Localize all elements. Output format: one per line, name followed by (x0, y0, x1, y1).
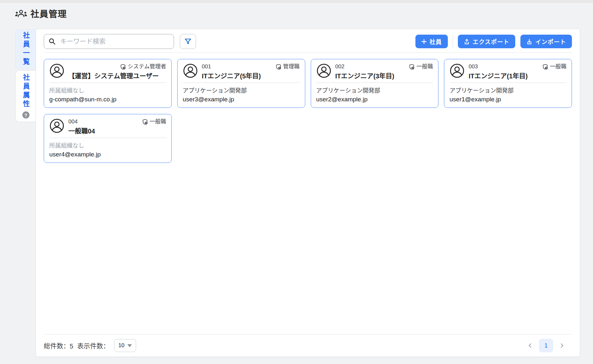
shield-person-icon (120, 64, 126, 70)
page-header: 社員管理 (15, 7, 67, 20)
chevron-left-icon (527, 342, 534, 349)
question-circle-icon[interactable]: ? (22, 111, 29, 119)
export-button[interactable]: エクスポート (458, 35, 515, 48)
chevron-down-icon (127, 344, 132, 347)
total-count-label: 総件数：5 (44, 341, 73, 350)
role-badge: システム管理者 (120, 63, 166, 70)
card-divider (183, 83, 300, 83)
page-title: 社員管理 (30, 7, 67, 20)
employee-org: アプリケーション開発部 (183, 86, 300, 94)
tab-employee-attributes-label: 社員属性 (21, 74, 31, 109)
shield-person-icon (409, 64, 415, 70)
add-employee-button[interactable]: 社員 (415, 35, 448, 48)
employee-name: 一般職04 (68, 126, 166, 135)
tab-employee-list[interactable]: 社員一覧 (15, 29, 36, 69)
role-label: 管理職 (283, 63, 300, 70)
account-circle-icon (49, 118, 64, 133)
add-employee-label: 社員 (430, 37, 442, 46)
account-circle-icon (449, 63, 465, 78)
employee-email: user3@example.jp (183, 96, 300, 103)
employee-org: 所属組織なし (49, 141, 166, 149)
employee-card-grid: システム管理者 【運営】システム管理ユーザー 所属組織なし g-compath@… (44, 59, 572, 163)
toolbar: 社員 エクスポート (44, 34, 572, 49)
employee-card[interactable]: 004 一般職 (44, 114, 172, 163)
tab-employee-attributes[interactable]: 社員属性 ? (15, 70, 36, 122)
employee-name: 【運営】システム管理ユーザー (68, 71, 166, 80)
employee-org: アプリケーション開発部 (316, 86, 433, 94)
employee-card[interactable]: 002 一般職 (311, 59, 439, 108)
role-badge: 一般職 (542, 63, 566, 70)
current-page-button[interactable]: 1 (539, 339, 553, 352)
employee-org: 所属組織なし (49, 86, 166, 94)
prev-page-button[interactable] (525, 341, 535, 350)
toolbar-separator (453, 35, 453, 48)
role-label: 一般職 (550, 63, 566, 70)
import-button[interactable]: インポート (520, 35, 572, 48)
upload-icon (464, 39, 470, 45)
page-size-value: 10 (118, 342, 124, 349)
employee-list-panel: 社員 エクスポート (36, 29, 580, 357)
card-divider (49, 83, 166, 83)
role-label: システム管理者 (128, 63, 166, 70)
page-size-label: 表示件数： (77, 341, 110, 350)
tab-employee-list-label: 社員一覧 (21, 32, 31, 67)
next-page-button[interactable] (557, 341, 567, 350)
employee-name: ITエンジニア(1年目) (469, 71, 566, 80)
search-icon (48, 38, 56, 47)
role-label: 一般職 (150, 118, 166, 125)
account-circle-icon (49, 63, 64, 78)
groups-icon (15, 9, 27, 18)
import-label: インポート (535, 37, 566, 46)
role-label: 一般職 (416, 63, 433, 70)
pagination: 1 (525, 339, 567, 352)
employee-org: アプリケーション開発部 (449, 86, 566, 94)
funnel-icon (184, 38, 192, 45)
filter-button[interactable] (180, 34, 196, 49)
employee-email: user2@example.jp (316, 96, 433, 103)
employee-id: 003 (469, 63, 478, 70)
role-badge: 一般職 (409, 63, 433, 70)
shield-person-icon (542, 64, 548, 70)
plus-icon (421, 39, 427, 44)
export-label: エクスポート (473, 37, 509, 46)
search-box (44, 34, 174, 49)
card-divider (49, 138, 166, 138)
page-size-select[interactable]: 10 (114, 339, 136, 352)
role-badge: 管理職 (275, 63, 300, 70)
card-divider (316, 83, 433, 83)
search-input[interactable] (44, 34, 174, 49)
employee-name: ITエンジニア(5年目) (202, 71, 300, 80)
employee-name: ITエンジニア(3年目) (335, 71, 433, 80)
employee-email: user1@example.jp (449, 96, 566, 103)
employee-email: user4@example.jp (49, 151, 166, 158)
employee-id: 001 (202, 63, 211, 70)
employee-id: 004 (68, 118, 77, 125)
chevron-right-icon (558, 342, 565, 349)
account-circle-icon (183, 63, 198, 78)
top-strip (0, 0, 593, 3)
toolbar-divider (44, 52, 572, 53)
employee-card[interactable]: システム管理者 【運営】システム管理ユーザー 所属組織なし g-compath@… (44, 59, 172, 108)
account-circle-icon (316, 63, 331, 78)
panel-footer: 総件数：5 表示件数： 10 1 (36, 335, 580, 357)
employee-id: 002 (335, 63, 344, 70)
role-badge: 一般職 (142, 118, 166, 125)
card-divider (449, 83, 566, 83)
employee-email: g-compath@sun-m.co.jp (49, 96, 166, 103)
download-icon (526, 39, 532, 45)
employee-card[interactable]: 001 管理職 (177, 59, 305, 108)
shield-person-icon (275, 64, 282, 70)
shield-person-icon (142, 119, 148, 125)
employee-card[interactable]: 003 一般職 (444, 59, 572, 108)
